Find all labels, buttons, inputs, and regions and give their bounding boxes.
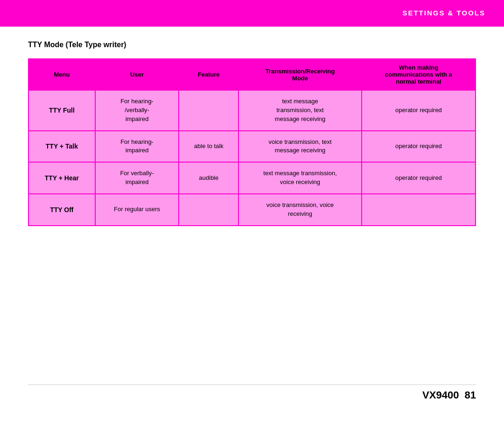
table-header-row: Menu User Feature Transmission/Receiving… (28, 59, 476, 90)
menu-tty-talk: TTY + Talk (28, 131, 95, 163)
feature-tty-hear: audible (179, 162, 238, 194)
page-content: TTY Mode (Tele Type writer) Menu User Fe… (0, 27, 504, 226)
page-num: 81 (465, 389, 476, 401)
when-tty-hear: operator required (362, 162, 476, 194)
col-menu: Menu (28, 59, 95, 90)
col-when-making: When makingcommunications with anormal t… (362, 59, 476, 90)
feature-tty-off (179, 194, 238, 226)
when-tty-off (362, 194, 476, 226)
user-tty-off: For regular users (95, 194, 179, 226)
transmission-tty-off: voice transmission, voicereceiving (238, 194, 362, 226)
table-row: TTY + Hear For verbally-impaired audible… (28, 162, 476, 194)
user-tty-talk: For hearing-impaired (95, 131, 179, 163)
table-row: TTY Full For hearing-/verbally-impaired … (28, 90, 476, 131)
when-tty-talk: operator required (362, 131, 476, 163)
menu-tty-hear: TTY + Hear (28, 162, 95, 194)
table-row: TTY Off For regular users voice transmis… (28, 194, 476, 226)
transmission-tty-talk: voice transmission, textmessage receivin… (238, 131, 362, 163)
menu-tty-full: TTY Full (28, 90, 95, 131)
transmission-tty-hear: text message transmission,voice receivin… (238, 162, 362, 194)
model-label: VX9400 (422, 389, 462, 401)
user-tty-full: For hearing-/verbally-impaired (95, 90, 179, 131)
user-tty-hear: For verbally-impaired (95, 162, 179, 194)
col-user: User (95, 59, 179, 90)
header-title: SETTINGS & TOOLS (402, 9, 485, 17)
footer-divider (28, 384, 476, 385)
when-tty-full: operator required (362, 90, 476, 131)
feature-tty-full (179, 90, 238, 131)
menu-tty-off: TTY Off (28, 194, 95, 226)
page-number: VX9400 81 (420, 389, 476, 401)
feature-tty-talk: able to talk (179, 131, 238, 163)
transmission-tty-full: text messagetransmission, textmessage re… (238, 90, 362, 131)
col-transmission: Transmission/ReceivingMode (238, 59, 362, 90)
table-row: TTY + Talk For hearing-impaired able to … (28, 131, 476, 163)
header-bar: SETTINGS & TOOLS (0, 0, 504, 25)
col-feature: Feature (179, 59, 238, 90)
section-title: TTY Mode (Tele Type writer) (28, 41, 476, 49)
tty-modes-table: Menu User Feature Transmission/Receiving… (28, 58, 476, 226)
